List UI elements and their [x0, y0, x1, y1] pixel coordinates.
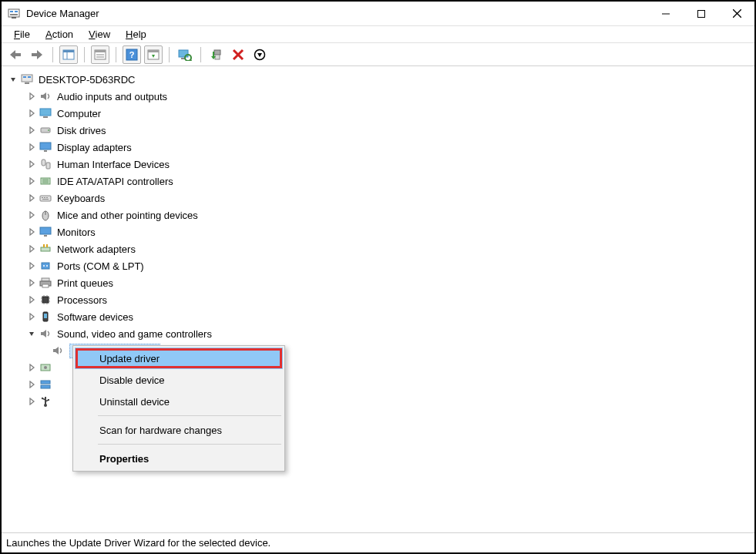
software-icon: [39, 310, 52, 324]
svg-rect-50: [46, 197, 48, 198]
svg-rect-79: [41, 385, 50, 388]
svg-rect-9: [15, 53, 21, 56]
chevron-right-icon[interactable]: [26, 159, 37, 170]
menu-file[interactable]: File: [6, 27, 38, 42]
context-menu-item-label: Properties: [99, 453, 149, 465]
show-hide-tree-button[interactable]: [59, 45, 78, 64]
chevron-right-icon[interactable]: [26, 108, 37, 119]
chevron-right-icon[interactable]: [26, 311, 37, 322]
tree-category[interactable]: Computer: [5, 105, 751, 122]
uninstall-device-button[interactable]: [229, 45, 247, 64]
tree-category[interactable]: Keyboards: [5, 190, 751, 206]
storage-icon: [39, 378, 52, 391]
chevron-right-icon[interactable]: [26, 362, 37, 373]
tree-category-label: Print queues: [57, 277, 113, 289]
update-driver-toolbar-button[interactable]: [207, 45, 226, 64]
maximize-button[interactable]: [684, 2, 719, 26]
context-menu-update-driver[interactable]: Update driver: [75, 348, 283, 369]
svg-rect-62: [42, 278, 49, 281]
menu-action[interactable]: Action: [38, 27, 81, 42]
tree-category[interactable]: IDE ATA/ATAPI controllers: [5, 173, 751, 190]
tree-category[interactable]: Network adapters: [5, 240, 751, 257]
menu-view[interactable]: View: [81, 27, 118, 42]
svg-rect-26: [214, 50, 220, 55]
chevron-down-icon[interactable]: [26, 328, 37, 339]
tree-category-label: Human Interface Devices: [57, 159, 170, 170]
chevron-right-icon[interactable]: [26, 176, 37, 186]
context-menu-disable-device[interactable]: Disable device: [75, 369, 283, 391]
svg-rect-75: [44, 314, 47, 318]
tree-category[interactable]: Mice and other pointing devices: [5, 206, 751, 223]
menu-help[interactable]: Help: [118, 27, 154, 42]
svg-rect-33: [28, 76, 31, 78]
svg-rect-49: [44, 197, 45, 198]
context-menu-separator: [98, 444, 281, 445]
svg-rect-12: [63, 50, 74, 52]
chevron-right-icon[interactable]: [26, 210, 37, 220]
svg-rect-0: [8, 9, 19, 17]
chevron-right-icon[interactable]: [26, 379, 37, 390]
close-button[interactable]: [719, 2, 754, 26]
chevron-right-icon[interactable]: [26, 396, 37, 407]
svg-rect-78: [41, 381, 50, 384]
tree-category-label: Keyboards: [57, 193, 105, 204]
chevron-right-icon[interactable]: [26, 260, 37, 271]
chevron-right-icon[interactable]: [26, 142, 37, 153]
toolbar-separator: [169, 47, 170, 62]
chevron-right-icon[interactable]: [26, 227, 37, 237]
svg-rect-36: [43, 116, 48, 118]
context-menu-uninstall-device[interactable]: Uninstall device: [75, 391, 283, 412]
svg-point-61: [46, 265, 48, 267]
tree-category-label: Disk drives: [57, 125, 106, 136]
tree-category[interactable]: Disk drives: [5, 122, 751, 139]
svg-rect-47: [40, 196, 51, 201]
tree-category-label: Display adapters: [57, 142, 132, 153]
svg-rect-4: [12, 17, 16, 18]
computer-root-icon: [20, 72, 34, 86]
action-button[interactable]: [144, 45, 163, 64]
chevron-right-icon[interactable]: [26, 125, 37, 136]
chevron-right-icon[interactable]: [26, 91, 37, 102]
context-menu-scan-hardware[interactable]: Scan for hardware changes: [75, 419, 283, 441]
properties-button[interactable]: [91, 45, 109, 64]
forward-button[interactable]: [28, 45, 46, 64]
svg-rect-41: [42, 159, 45, 166]
tree-category[interactable]: Human Interface Devices: [5, 156, 751, 173]
chevron-right-icon[interactable]: [26, 294, 37, 305]
usb-icon: [39, 395, 52, 408]
tree-category[interactable]: Software devices: [5, 308, 751, 325]
device-manager-app-icon: [8, 8, 20, 20]
svg-rect-48: [42, 197, 43, 198]
tree-category[interactable]: Audio inputs and outputs: [5, 88, 751, 105]
svg-point-84: [42, 398, 43, 399]
disable-device-button[interactable]: [250, 45, 269, 64]
ide-icon: [39, 174, 52, 188]
tree-category-label: Ports (COM & LPT): [57, 260, 144, 272]
tree-category[interactable]: Ports (COM & LPT): [5, 257, 751, 274]
sound-icon: [39, 327, 52, 341]
chevron-down-icon[interactable]: [8, 74, 18, 85]
tree-root[interactable]: DESKTOP-5D63RDC: [5, 71, 751, 88]
tree-category[interactable]: Sound, video and game controllers: [5, 325, 751, 342]
tree-category[interactable]: Processors: [5, 291, 751, 308]
svg-rect-22: [179, 50, 188, 57]
tree-category[interactable]: Monitors: [5, 223, 751, 240]
chevron-right-icon[interactable]: [26, 243, 37, 254]
speaker-icon: [51, 344, 65, 358]
menubar: File Action View Help: [2, 26, 754, 43]
context-menu-item-label: Scan for hardware changes: [99, 425, 222, 436]
svg-rect-55: [44, 235, 47, 237]
help-button[interactable]: ?: [123, 45, 141, 64]
network-icon: [39, 242, 52, 256]
context-menu-properties[interactable]: Properties: [75, 448, 283, 469]
chevron-right-icon[interactable]: [26, 193, 37, 203]
minimize-button[interactable]: [648, 2, 684, 26]
device-tree[interactable]: DESKTOP-5D63RDC Audio inputs and outputs…: [2, 66, 754, 532]
svg-rect-42: [46, 163, 50, 169]
scan-hardware-button[interactable]: [176, 45, 194, 64]
toolbar-separator: [52, 47, 53, 62]
tree-category[interactable]: Display adapters: [5, 139, 751, 156]
back-button[interactable]: [6, 45, 25, 64]
chevron-right-icon[interactable]: [26, 277, 37, 288]
tree-category[interactable]: Print queues: [5, 274, 751, 291]
